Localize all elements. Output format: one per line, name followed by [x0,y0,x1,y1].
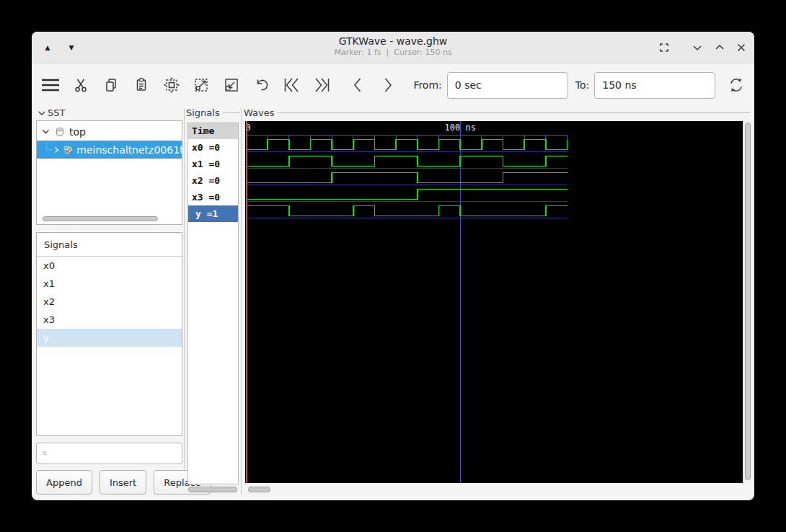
frame-line [277,112,750,113]
signal-value-row[interactable]: x1 =0 [188,156,238,172]
copy-icon [104,77,118,93]
waves-vscrollbar-thumb[interactable] [745,123,751,480]
marker-cursor-status: Marker: 1 fs | Cursor: 150 ns [32,48,754,58]
from-input[interactable] [447,72,568,99]
append-button[interactable]: Append [36,470,92,495]
step-forward-icon [380,76,396,94]
wave-trace-x3 [247,190,568,200]
menu-icon [41,77,60,93]
maximize-button[interactable] [712,41,727,54]
sst-header: SST [37,107,81,118]
wave-trace-x2 [247,173,568,183]
undo-button[interactable] [250,73,273,97]
signal-values-frame-label: Signals [186,107,239,118]
tree-node-label: meinschaltnetz0061testb [76,144,182,156]
signal-list-item[interactable]: x3 [37,311,182,329]
wave-trace-x0 [247,140,568,150]
signal-value-row[interactable]: x0 =0 [188,139,238,156]
module-icon [63,144,73,156]
sst-tree-panel: top meinschaltnetz0061testb [36,120,182,225]
toolbar: From: To: [32,64,754,106]
step-back-icon [350,76,366,94]
signal-values-rows: x0 =0x1 =0x2 =0x3 =0y =1 [188,139,238,222]
values-hscrollbar-thumb[interactable] [188,487,237,492]
signal-value-row[interactable]: x2 =0 [188,172,238,189]
values-hscrollbar [187,487,239,494]
search-icon [43,448,48,459]
undo-icon [254,77,270,93]
signal-list-item[interactable]: x2 [37,293,182,311]
signal-list-item[interactable]: x0 [37,257,182,275]
signal-search-field[interactable] [36,443,182,464]
zoom-in-button[interactable] [190,73,213,97]
tree-guide-lines [44,141,52,159]
frame-line [223,112,239,113]
signal-value-row[interactable]: y =1 [188,205,238,222]
tree-node-label: top [69,126,86,138]
waves-vscrollbar [743,121,751,483]
close-icon [735,41,748,54]
zoom-fit-button[interactable] [159,73,183,97]
chevron-down-icon [691,41,704,54]
to-input[interactable] [594,72,715,99]
zoom-fit-icon [163,76,180,94]
close-button[interactable] [734,41,749,54]
sst-title: SST [48,107,65,118]
search-input[interactable] [52,445,182,462]
fullscreen-button[interactable] [657,41,671,54]
menu-button[interactable] [39,73,63,97]
waves-frame-label: Waves [244,107,750,118]
signal-list-item[interactable]: y [37,329,182,347]
to-label: To: [575,79,589,91]
expander-right-icon[interactable] [53,146,60,154]
signal-value-row[interactable]: x3 =0 [188,189,238,205]
signal-list-panel: Signals x0x1x2x3y [36,232,182,436]
insert-button[interactable]: Insert [100,470,146,495]
cut-icon [74,77,88,93]
signal-list-rows: x0x1x2x3y [37,257,182,347]
chevron-up-icon [713,41,726,54]
titlebar: ▲ ▼ GTKWave - wave.ghw Marker: 1 fs | Cu… [32,32,754,63]
paste-icon [134,77,149,93]
time-header[interactable]: Time [188,123,238,139]
wave-trace-y [247,206,568,216]
waves-hscrollbar-thumb[interactable] [248,487,270,492]
waves-title: Waves [244,107,274,118]
signal-list-item[interactable]: x1 [37,275,182,293]
reload-button[interactable] [724,73,748,97]
waveform-display[interactable]: 0100 ns [245,121,743,483]
fullscreen-icon [658,41,671,54]
gtkwave-window: ▲ ▼ GTKWave - wave.ghw Marker: 1 fs | Cu… [32,32,754,500]
skip-to-end-icon [312,76,331,94]
paste-button[interactable] [129,73,153,97]
pane-divider-left[interactable] [184,108,185,495]
signal-values-title: Signals [186,107,220,118]
signal-values-panel: Time x0 =0x1 =0x2 =0x3 =0y =1 [187,123,239,484]
sst-hscrollbar-thumb[interactable] [43,216,158,221]
hierarchy-root-icon [54,126,66,138]
copy-button[interactable] [100,73,123,97]
wave-trace-x1 [247,156,568,167]
expander-down-icon[interactable] [41,127,50,136]
skip-to-end-button[interactable] [310,73,334,97]
waves-hscrollbar [247,487,743,494]
reload-icon [728,76,745,94]
tree-node-module[interactable]: meinschaltnetz0061testb [37,141,182,159]
pane-divider-right[interactable] [241,108,242,495]
from-label: From: [413,79,441,91]
titlebar-text: GTKWave - wave.ghw Marker: 1 fs | Cursor… [32,35,754,58]
step-forward-button[interactable] [376,73,400,97]
skip-to-start-button[interactable] [280,73,304,97]
sst-collapse-icon[interactable] [37,109,46,118]
window-title: GTKWave - wave.ghw [32,35,754,48]
tree-node-top[interactable]: top [37,123,182,141]
minimize-button[interactable] [690,41,705,54]
zoom-out-icon [223,76,240,94]
signal-list-header: Signals [37,233,182,257]
skip-to-start-icon [283,76,301,94]
zoom-in-icon [193,76,210,94]
wave-canvas[interactable]: 0100 ns [245,121,743,483]
step-back-button[interactable] [346,73,370,97]
cut-button[interactable] [69,73,93,97]
zoom-out-button[interactable] [220,73,244,97]
